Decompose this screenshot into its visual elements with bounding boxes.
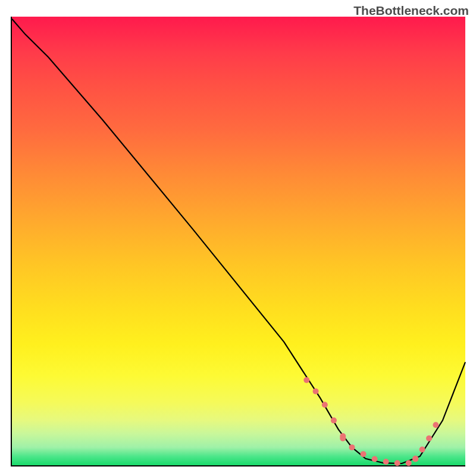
- dotted-marker: [412, 456, 418, 462]
- dotted-marker: [331, 418, 337, 424]
- dotted-marker: [419, 447, 425, 453]
- dotted-marker: [394, 460, 400, 466]
- dotted-marker: [426, 436, 432, 441]
- dotted-marker: [340, 436, 346, 441]
- watermark-text: TheBottleneck.com: [353, 4, 469, 18]
- dotted-marker: [406, 460, 412, 466]
- dotted-marker: [303, 377, 309, 383]
- chart-svg: [12, 17, 465, 465]
- chart-frame: [11, 17, 465, 466]
- chart-curve-group: [12, 19, 465, 466]
- dotted-marker: [433, 422, 439, 428]
- dotted-marker: [313, 389, 319, 394]
- dotted-marker: [322, 402, 328, 408]
- dotted-marker: [383, 459, 389, 465]
- dotted-marker: [349, 444, 355, 450]
- dotted-overlay: [303, 377, 439, 466]
- dotted-marker: [372, 456, 378, 462]
- dotted-marker: [361, 451, 367, 457]
- main-curve: [12, 19, 465, 464]
